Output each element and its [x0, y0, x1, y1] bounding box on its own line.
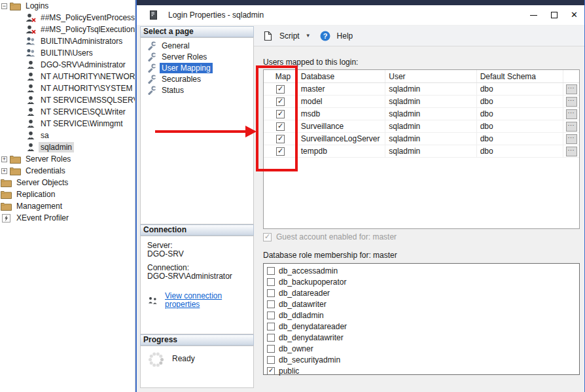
browse-schema-button[interactable]: ...: [566, 122, 577, 132]
tree-item-builtin-administrators[interactable]: BUILTIN\Administrators: [0, 35, 135, 47]
role-checkbox[interactable]: [267, 367, 275, 375]
role-item-db-datawriter[interactable]: db_datawriter: [264, 298, 579, 310]
role-item-db-accessadmin[interactable]: db_accessadmin: [264, 265, 579, 276]
role-checkbox[interactable]: [267, 356, 275, 364]
user-cell: sqladmin: [385, 96, 476, 107]
user-icon: [25, 142, 36, 152]
tree-item-credentials[interactable]: +Credentials: [0, 165, 135, 177]
browse-schema-button[interactable]: ...: [566, 84, 577, 94]
user-icon: [25, 107, 36, 117]
user-cell: sqladmin: [385, 120, 476, 132]
role-checkbox[interactable]: [267, 289, 275, 297]
page-item-securables[interactable]: Securables: [141, 73, 253, 84]
page-item-user-mapping[interactable]: User Mapping: [141, 62, 253, 73]
close-button[interactable]: ✕: [564, 5, 584, 25]
help-button[interactable]: ? Help: [320, 31, 353, 41]
tree-item-label: Server Objects: [14, 177, 70, 188]
maximize-icon: [551, 12, 558, 18]
role-checkbox[interactable]: [267, 278, 275, 286]
progress-header: Progress: [140, 334, 254, 346]
database-cell: tempdb: [298, 145, 385, 157]
minimize-button[interactable]: [523, 5, 544, 25]
role-checkbox[interactable]: [267, 334, 275, 342]
script-icon: [262, 31, 273, 41]
tree-item-label: DGO-SRV\Administrator: [39, 60, 128, 70]
role-item-db-datareader[interactable]: db_datareader: [264, 287, 579, 298]
role-checkbox[interactable]: [267, 345, 275, 353]
tree-item-sqladmin[interactable]: sqladmin: [0, 141, 135, 153]
table-row-surveillancelogserver[interactable]: SurveillanceLogServersqladmindbo...: [264, 133, 579, 145]
guest-account-checkbox: [263, 233, 272, 241]
page-item-server-roles[interactable]: Server Roles: [141, 51, 253, 62]
view-connection-properties-link[interactable]: View connection properties: [165, 292, 253, 309]
tree-item-server-objects[interactable]: Server Objects: [0, 177, 135, 188]
xevent-icon: [1, 213, 12, 223]
browse-schema-button[interactable]: ...: [566, 109, 577, 119]
tree-item-replication[interactable]: Replication: [0, 188, 135, 200]
folder-icon: [10, 1, 21, 11]
role-checkbox[interactable]: [267, 267, 275, 275]
tree-item-sa[interactable]: sa: [0, 130, 135, 141]
schema-cell: dbo: [477, 108, 563, 120]
tree-item-nt-service-winmgmt[interactable]: NT SERVICE\Winmgmt: [0, 118, 135, 130]
tree-item-nt-authority-system[interactable]: NT AUTHORITY\SYSTEM: [0, 82, 135, 94]
database-cell: model: [298, 96, 385, 107]
folder-icon: [10, 154, 21, 164]
tree-item-label: NT AUTHORITY\NETWORK: [39, 71, 135, 82]
page-item-status[interactable]: Status: [141, 84, 253, 96]
user-x-icon: [25, 12, 36, 23]
table-row-msdb[interactable]: msdbsqladmindbo...: [264, 108, 579, 120]
schema-cell: dbo: [477, 133, 563, 145]
close-icon: ✕: [571, 12, 578, 18]
tree-item-dgo-srv-administrator[interactable]: DGO-SRV\Administrator: [0, 59, 135, 71]
page-item-label: Securables: [160, 74, 203, 84]
role-item-public[interactable]: public: [264, 365, 579, 376]
user-icon: [25, 60, 36, 70]
tree-item-nt-authority-network[interactable]: NT AUTHORITY\NETWORK: [0, 71, 135, 82]
column-header-database: Database: [298, 70, 385, 82]
user-cell: sqladmin: [385, 108, 476, 120]
browse-schema-button[interactable]: ...: [566, 147, 577, 156]
role-item-db-denydatareader[interactable]: db_denydatareader: [264, 321, 579, 332]
tree-item-label: NT AUTHORITY\SYSTEM: [39, 83, 134, 94]
collapse-icon[interactable]: −: [1, 3, 7, 9]
user-icon: [25, 118, 36, 129]
dialog-title-icon: [148, 10, 159, 20]
tree-item-management[interactable]: Management: [0, 200, 135, 212]
tree-item-server-roles[interactable]: +Server Roles: [0, 153, 135, 165]
dialog-titlebar[interactable]: Login Properties - sqladmin ✕: [137, 5, 584, 25]
tree-item-xevent-profiler[interactable]: XEvent Profiler: [0, 212, 135, 224]
maximize-button[interactable]: [544, 5, 564, 25]
role-label: db_accessadmin: [279, 266, 338, 276]
tree-item-nt-service-sqlwriter[interactable]: NT SERVICE\SQLWriter: [0, 106, 135, 118]
table-row-master[interactable]: mastersqladmindbo...: [264, 83, 579, 96]
role-item-db-securityadmin[interactable]: db_securityadmin: [264, 354, 579, 365]
role-item-db-backupoperator[interactable]: db_backupoperator: [264, 276, 579, 287]
object-explorer-tree: −Logins##MS_PolicyEventProcessin##MS_Pol…: [0, 0, 135, 392]
role-checkbox[interactable]: [267, 323, 275, 330]
tree-item-logins[interactable]: −Logins: [0, 0, 135, 12]
schema-browse-cell: ...: [563, 120, 579, 132]
role-item-db-denydatawriter[interactable]: db_denydatawriter: [264, 332, 579, 343]
table-row-surveillance[interactable]: Surveillancesqladmindbo...: [264, 120, 579, 133]
page-item-general[interactable]: General: [141, 40, 253, 51]
chevron-down-icon[interactable]: ▼: [306, 33, 311, 39]
tree-item-nt-service-mssqlserver[interactable]: NT SERVICE\MSSQLSERVER: [0, 94, 135, 106]
dialog-toolbar: Script ▼ ? Help: [254, 26, 584, 46]
tree-item-ms-policyeventprocessin[interactable]: ##MS_PolicyEventProcessin: [0, 12, 135, 24]
browse-schema-button[interactable]: ...: [566, 97, 577, 107]
expand-icon[interactable]: +: [1, 168, 7, 174]
tree-item-builtin-users[interactable]: BUILTIN\Users: [0, 47, 135, 59]
role-checkbox[interactable]: [267, 300, 275, 308]
table-row-model[interactable]: modelsqladmindbo...: [264, 96, 579, 108]
role-item-db-ddladmin[interactable]: db_ddladmin: [264, 310, 579, 321]
script-button[interactable]: Script ▼: [262, 31, 311, 41]
database-cell: master: [298, 83, 385, 95]
table-row-tempdb[interactable]: tempdbsqladmindbo...: [264, 145, 579, 158]
expand-icon[interactable]: +: [1, 156, 7, 162]
browse-schema-button[interactable]: ...: [566, 134, 577, 144]
group-icon: [25, 36, 36, 46]
role-checkbox[interactable]: [267, 312, 275, 319]
tree-item-ms-policytsqlexecutionl[interactable]: ##MS_PolicyTsqlExecutionL: [0, 24, 135, 35]
role-item-db-owner[interactable]: db_owner: [264, 343, 579, 354]
